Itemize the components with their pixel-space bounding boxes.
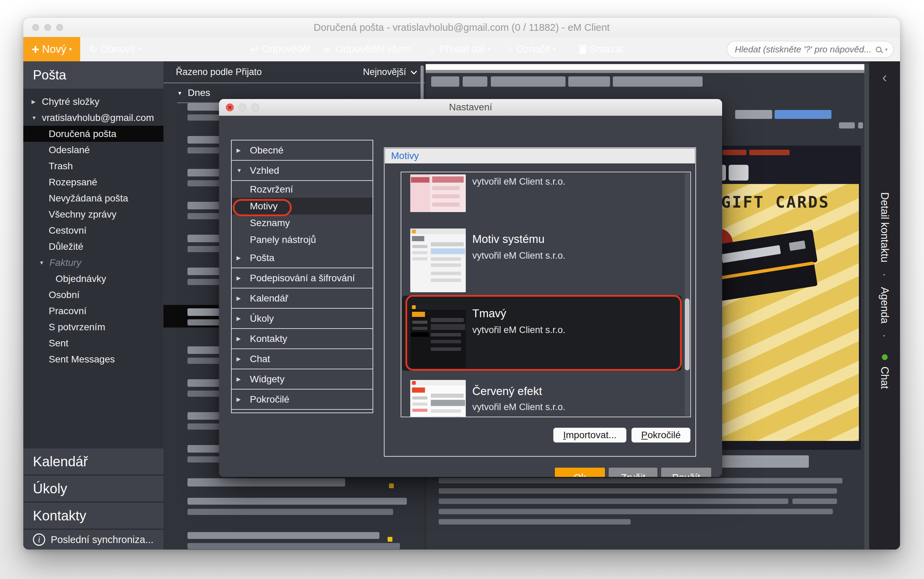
- flag-icon[interactable]: [389, 483, 394, 488]
- close-icon[interactable]: [32, 24, 39, 31]
- apply-button[interactable]: Použít: [661, 468, 711, 477]
- chevron-down-icon[interactable]: ▼: [236, 167, 250, 174]
- sync-status-row[interactable]: i Poslední synchroniza...: [23, 530, 164, 550]
- reply-all-button[interactable]: ↞ Odpovědět všem: [324, 37, 411, 61]
- chevron-right-icon[interactable]: ▶: [236, 335, 250, 342]
- sidebar-item-junk[interactable]: Nevyžádaná pošta: [23, 190, 164, 206]
- gift-cards-banner-image[interactable]: GIFT CARDS: [709, 184, 859, 441]
- chevron-right-icon[interactable]: ▶: [236, 396, 250, 402]
- tab-agenda[interactable]: Agenda: [879, 287, 891, 324]
- close-icon[interactable]: ✕: [226, 103, 234, 111]
- ok-button[interactable]: Ok: [555, 468, 605, 477]
- sidebar-item-contacts[interactable]: Kontakty: [23, 502, 164, 528]
- cancel-button[interactable]: Zrušit: [609, 468, 657, 477]
- chevron-left-icon[interactable]: ‹: [882, 70, 887, 85]
- forward-button[interactable]: → Předat dál ▾: [426, 37, 490, 61]
- settings-nav-themes[interactable]: Motivy: [232, 198, 372, 214]
- blurred-message-row[interactable]: [187, 478, 345, 486]
- sidebar-item-smart-folders[interactable]: ▶Chytré složky: [23, 93, 164, 110]
- tab-contact-detail[interactable]: Detail kontaktu: [879, 192, 891, 262]
- chevron-down-icon[interactable]: ▾: [885, 46, 888, 53]
- sidebar-item-inbox[interactable]: Doručená pošta: [23, 126, 164, 142]
- chevron-right-icon[interactable]: ▶: [236, 147, 250, 154]
- chevron-down-icon[interactable]: [411, 68, 417, 74]
- settings-nav-mail[interactable]: ▶Pošta: [232, 248, 372, 268]
- chevron-down-icon: ▾: [138, 46, 141, 52]
- delete-button[interactable]: Smazat: [579, 37, 623, 61]
- blurred-heading: [729, 165, 749, 180]
- settings-nav-toolbars[interactable]: Panely nástrojů: [232, 231, 372, 248]
- sidebar-item-sent[interactable]: Odeslané: [23, 142, 164, 158]
- sidebar-item-personal[interactable]: Osobní: [23, 287, 164, 303]
- sidebar-item-confirmation[interactable]: S potvrzením: [23, 319, 164, 335]
- chevron-right-icon[interactable]: ▶: [236, 275, 250, 281]
- chevron-right-icon[interactable]: ▶: [236, 295, 250, 301]
- sidebar-item-travel[interactable]: Cestovní: [23, 222, 164, 239]
- mail-section-header[interactable]: Pošta: [23, 61, 164, 89]
- new-button[interactable]: + Nový ▾: [23, 37, 80, 61]
- sidebar-item-orders[interactable]: Objednávky: [23, 271, 164, 287]
- sidebar-item-drafts[interactable]: Rozepsané: [23, 174, 164, 190]
- import-button[interactable]: Importovat...: [553, 428, 626, 443]
- settings-nav-calendar[interactable]: ▶Kalendář: [232, 288, 372, 308]
- theme-list-scrollbar-track[interactable]: [685, 173, 690, 416]
- dialog-titlebar[interactable]: ✕ Nastavení: [219, 99, 722, 116]
- sidebar-item-account[interactable]: ▼vratislavholub@gmail.com: [23, 110, 164, 126]
- chevron-down-icon[interactable]: ▼: [31, 115, 42, 121]
- chevron-right-icon[interactable]: ▶: [236, 315, 250, 322]
- theme-list-item-selected[interactable]: Tmavý vytvořil eM Client s.r.o.: [401, 295, 686, 371]
- window-titlebar[interactable]: Doručená pošta - vratislavholub@gmail.co…: [23, 18, 900, 37]
- theme-list-scrollbar-thumb[interactable]: [685, 298, 690, 370]
- settings-nav-contacts[interactable]: ▶Kontakty: [232, 329, 372, 348]
- theme-list-item[interactable]: vytvořil eM Client s.r.o.: [401, 172, 686, 220]
- maximize-icon[interactable]: [56, 24, 63, 31]
- sidebar-item-sent-messages[interactable]: Sent Messages: [23, 351, 164, 367]
- settings-nav-tasks[interactable]: ▶Úkoly: [232, 309, 372, 328]
- theme-thumbnail: [410, 174, 466, 212]
- chevron-down-icon: ▾: [69, 46, 72, 52]
- advanced-button[interactable]: Pokročilé: [631, 428, 691, 443]
- sort-order-label[interactable]: Nejnovější: [363, 67, 406, 77]
- chevron-right-icon[interactable]: ▶: [236, 255, 250, 261]
- sidebar-item-calendar[interactable]: Kalendář: [23, 448, 164, 474]
- settings-nav-layout[interactable]: Rozvržení: [232, 181, 372, 198]
- blurred-message-row[interactable]: [187, 509, 393, 515]
- minimize-icon[interactable]: [44, 24, 51, 31]
- chevron-right-icon[interactable]: ▶: [31, 99, 42, 105]
- chevron-down-icon[interactable]: ▼: [39, 260, 49, 265]
- blurred-sender: [735, 110, 772, 119]
- sidebar-item-trash[interactable]: Trash: [23, 158, 164, 174]
- blurred-message-row[interactable]: [187, 498, 407, 505]
- sidebar-item-sent-en[interactable]: Sent: [23, 335, 164, 351]
- blurred-paragraph-line: [439, 509, 833, 514]
- search-box[interactable]: ▾: [727, 41, 894, 58]
- refresh-button[interactable]: ↻ Obnovit ▾: [89, 37, 141, 61]
- sidebar-item-all-messages[interactable]: Všechny zprávy: [23, 206, 164, 222]
- settings-nav-widgets[interactable]: ▶Widgety: [232, 369, 372, 389]
- sidebar-item-tasks[interactable]: Úkoly: [23, 476, 164, 502]
- reply-button[interactable]: ↩ Odpovědět: [250, 37, 311, 61]
- sidebar-item-work[interactable]: Pracovní: [23, 303, 164, 319]
- sidebar-item-important[interactable]: Důležité: [23, 239, 164, 255]
- reading-pane-scrollbar[interactable]: [864, 64, 869, 550]
- tab-chat[interactable]: Chat: [879, 366, 891, 389]
- settings-nav-lists[interactable]: Seznamy: [232, 214, 372, 231]
- theme-list-item[interactable]: Motiv systému vytvořil eM Client s.r.o.: [401, 223, 686, 294]
- sorted-by-label[interactable]: Řazeno podle Přijato: [176, 67, 262, 77]
- sidebar-item-invoices[interactable]: ▼Faktury: [23, 255, 164, 271]
- settings-nav-general[interactable]: ▶Obecné: [232, 141, 372, 160]
- settings-nav-advanced[interactable]: ▶Pokročilé: [232, 389, 372, 409]
- settings-nav-signing[interactable]: ▶Podepisování a šifrování: [232, 268, 372, 288]
- settings-nav-chat[interactable]: ▶Chat: [232, 349, 372, 369]
- flag-icon[interactable]: [388, 537, 392, 541]
- blurred-message-row[interactable]: [187, 532, 379, 539]
- mark-button[interactable]: ○ Označit ▾: [507, 37, 555, 61]
- search-input[interactable]: [735, 44, 872, 55]
- chevron-right-icon[interactable]: ▶: [236, 376, 250, 382]
- folder-sidebar: Pošta ▶Chytré složky ▼vratislavholub@gma…: [23, 61, 164, 550]
- blurred-link[interactable]: [775, 110, 831, 119]
- chevron-right-icon[interactable]: ▶: [236, 356, 250, 362]
- blurred-message-row[interactable]: [187, 543, 400, 549]
- settings-nav-appearance[interactable]: ▼Vzhled: [232, 161, 372, 180]
- theme-list-item[interactable]: Červený efekt vytvořil eM Client s.r.o.: [401, 377, 686, 417]
